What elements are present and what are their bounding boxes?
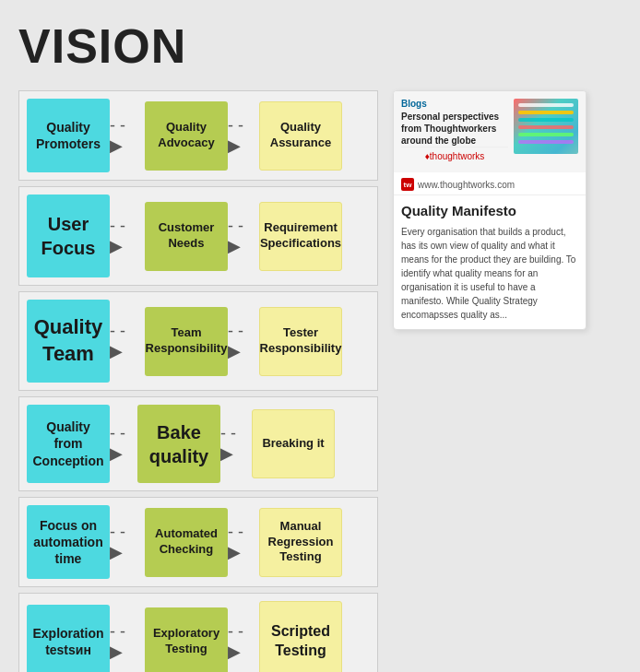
arrow-5: - - ▶ [110, 322, 137, 361]
blog-site-row: tw www.thoughtworks.com [394, 172, 586, 195]
blog-card[interactable]: Blogs Personal perspectives from Thought… [393, 90, 587, 330]
row-4: Quality from Conception - - ▶ Bake quali… [18, 396, 378, 491]
tw-brand: ♦thoughtworks [401, 147, 508, 165]
sticky-quality-assurance: Quality Assurance [259, 101, 342, 171]
site-url: www.thoughtworks.com [418, 180, 515, 190]
blog-main-title: Quality Manifesto [401, 203, 578, 219]
arrow-10: - - ▶ [228, 523, 255, 562]
row-1: Quality Promoters - - ▶ Quality Advocacy… [18, 90, 378, 181]
arrow-8: - - ▶ [220, 424, 248, 464]
sticky-scripted-testing: Scripted Testing [259, 601, 342, 672]
sticky-exploratory-testing: Exploratory Testing [145, 607, 228, 673]
arrow-12: - - ▶ [228, 622, 255, 662]
arrow-1: - - ▶ [110, 116, 137, 156]
arrow-4: - - ▶ [228, 217, 255, 256]
sticky-exploration-testing: Exploration testsин [27, 605, 110, 672]
sticky-quality-team: Quality Team [27, 300, 110, 383]
site-icon: tw [401, 178, 414, 191]
sticky-user-focus: User Focus [27, 195, 110, 277]
sticky-focus-automation: Focus on automation time [27, 505, 110, 579]
blog-thumbnail [514, 99, 578, 154]
page-title: VISION [18, 18, 622, 74]
arrow-2: - - ▶ [228, 116, 255, 156]
sticky-team-responsibility: Team Responsibility [145, 307, 228, 376]
sticky-manual-regression: Manual Regression Testing [259, 508, 342, 577]
arrow-6: - - ▶ [228, 322, 255, 361]
arrow-7: - - ▶ [110, 424, 137, 464]
blog-label: Blogs [401, 99, 508, 109]
blog-body: Quality Manifesto Every organisation tha… [394, 195, 586, 329]
arrow-11: - - ▶ [110, 622, 137, 662]
sticky-customer-needs: Customer Needs [145, 202, 228, 271]
sticky-breaking-it: Breaking it [252, 409, 335, 478]
row-2: User Focus - - ▶ Customer Needs - - ▶ Re… [18, 186, 378, 286]
sticky-quality-promoters: Quality Promoters [27, 99, 110, 172]
grid-section: Quality Promoters - - ▶ Quality Advocacy… [18, 90, 378, 672]
arrow-3: - - ▶ [110, 217, 137, 256]
blog-header-title: Personal perspectives from Thoughtworker… [401, 111, 508, 147]
sticky-tester-responsibility: Tester Responsibility [259, 307, 342, 376]
arrow-9: - - ▶ [110, 523, 137, 562]
blog-excerpt: Every organisation that builds a product… [401, 225, 578, 322]
sticky-quality-advocacy: Quality Advocacy [145, 101, 228, 171]
sticky-quality-conception: Quality from Conception [27, 405, 110, 483]
row-5: Focus on automation time - - ▶ Automated… [18, 497, 378, 587]
sticky-automated-checking: Automated Checking [145, 508, 228, 577]
sticky-requirement-spec: Requirement Specifications [259, 202, 342, 271]
page: { "title": "VISION", "rows": [ { "col1":… [0, 0, 640, 672]
blog-card-header: Blogs Personal perspectives from Thought… [394, 91, 586, 172]
row-3: Quality Team - - ▶ Team Responsibility -… [18, 291, 378, 391]
blog-card-section: Blogs Personal perspectives from Thought… [393, 90, 587, 672]
row-6: Exploration testsин - - ▶ Exploratory Te… [18, 593, 378, 672]
sticky-bake-quality: Bake quality [137, 405, 220, 483]
